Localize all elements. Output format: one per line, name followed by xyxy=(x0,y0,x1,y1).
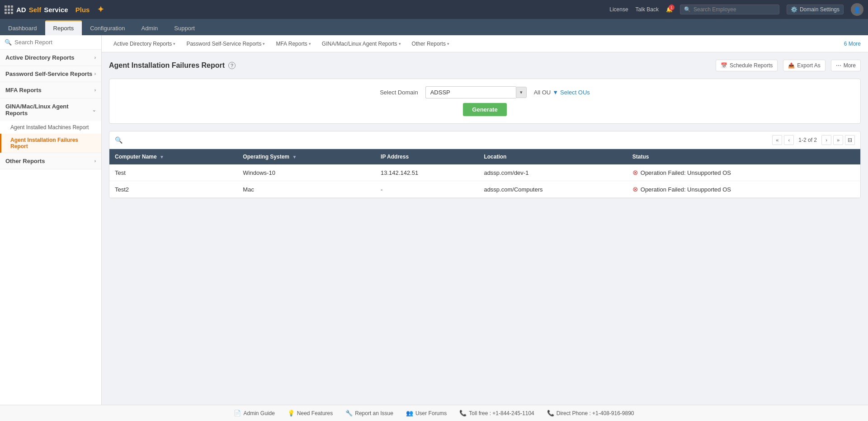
subnav-ad-reports[interactable]: Active Directory Reports ▾ xyxy=(109,38,180,50)
user-avatar[interactable]: 👤 xyxy=(851,3,863,16)
cell-location-0: adssp.com/dev-1 xyxy=(478,164,627,181)
sort-icon-computer: ▼ xyxy=(160,154,164,159)
license-link[interactable]: License xyxy=(609,6,628,13)
logo-badge: ✦ xyxy=(97,5,104,14)
domain-dropdown-button[interactable]: ▾ xyxy=(516,87,527,98)
talkback-link[interactable]: Talk Back xyxy=(636,6,659,13)
cell-status-0: ⊗ Operation Failed: Unsupported OS xyxy=(627,164,860,181)
content-area: Active Directory Reports ▾ Password Self… xyxy=(102,35,868,405)
sidebar-section-label-mfa: MFA Reports xyxy=(5,87,42,94)
cell-ip-1: - xyxy=(375,181,478,198)
report-issue-icon: 🔧 xyxy=(345,410,353,416)
error-icon-1: ⊗ xyxy=(632,185,638,193)
report-area: Agent Installation Failures Report ? 📅 S… xyxy=(102,52,868,405)
tab-admin[interactable]: Admin xyxy=(133,20,166,35)
search-employee-field[interactable]: 🔍 xyxy=(680,5,779,14)
footer-direct-phone[interactable]: 📞 Direct Phone : +1-408-916-9890 xyxy=(547,410,634,416)
search-employee-icon: 🔍 xyxy=(684,6,691,13)
generate-button[interactable]: Generate xyxy=(463,103,506,116)
prev-page-button[interactable]: ‹ xyxy=(784,135,794,145)
subnav-other-reports[interactable]: Other Reports ▾ xyxy=(407,38,454,50)
sidebar-section-other: Other Reports › xyxy=(0,153,101,169)
table-search-icon[interactable]: 🔍 xyxy=(115,136,123,144)
more-link[interactable]: 6 More xyxy=(844,41,861,47)
cell-computer-name-0: Test xyxy=(109,164,237,181)
gear-icon: ⚙️ xyxy=(791,6,797,13)
chevron-right-icon-pss: › xyxy=(94,71,96,76)
help-icon[interactable]: ? xyxy=(228,62,236,69)
app-service: Service xyxy=(44,6,68,14)
chevron-right-icon-mfa: › xyxy=(94,88,96,93)
subnav-ad-caret: ▾ xyxy=(173,42,175,46)
app-name: AD xyxy=(16,6,26,14)
export-label: Export As xyxy=(797,62,820,69)
footer-admin-guide[interactable]: 📄 Admin Guide xyxy=(234,410,274,416)
footer-tollfree-label: Toll free : +1-844-245-1104 xyxy=(469,410,534,416)
tollfree-icon: 📞 xyxy=(459,410,467,416)
export-as-button[interactable]: 📤 Export As xyxy=(783,60,825,71)
chevron-right-icon-other: › xyxy=(94,159,96,164)
footer-need-features[interactable]: 💡 Need Features xyxy=(288,410,333,416)
grid-icon xyxy=(5,5,13,14)
subnav-pss-caret: ▾ xyxy=(263,42,265,46)
subnav-mfa-reports[interactable]: MFA Reports ▾ xyxy=(271,38,315,50)
subnav-ad-label: Active Directory Reports xyxy=(113,41,172,47)
tab-dashboard[interactable]: Dashboard xyxy=(0,20,45,35)
topbar-left: ADSelfService Plus ✦ xyxy=(5,5,104,14)
status-text-0: Operation Failed: Unsupported OS xyxy=(641,169,731,176)
table-row: Test2 Mac - adssp.com/Computers ⊗ Operat… xyxy=(109,181,860,198)
bell-icon[interactable]: 🔔 1 xyxy=(666,6,673,13)
chevron-down-icon-gina: ⌄ xyxy=(92,108,96,112)
first-page-button[interactable]: « xyxy=(772,135,782,145)
tab-support[interactable]: Support xyxy=(166,20,203,35)
col-ip: IP Address xyxy=(375,149,478,164)
next-page-button[interactable]: › xyxy=(821,135,831,145)
footer-report-issue[interactable]: 🔧 Report an Issue xyxy=(345,410,393,416)
sidebar-section-header-ad[interactable]: Active Directory Reports › xyxy=(0,50,101,65)
search-employee-input[interactable] xyxy=(693,6,775,13)
col-os[interactable]: Operating System ▼ xyxy=(237,149,375,164)
schedule-reports-button[interactable]: 📅 Schedule Reports xyxy=(716,60,778,71)
footer-report-issue-label: Report an Issue xyxy=(355,410,393,416)
domain-input[interactable] xyxy=(425,86,516,98)
sidebar-item-agent-installed[interactable]: Agent Installed Machines Report xyxy=(0,121,101,134)
direct-phone-icon: 📞 xyxy=(547,410,554,416)
app-selfservice: Self xyxy=(29,6,42,14)
admin-guide-icon: 📄 xyxy=(234,410,241,416)
sidebar-section-ad: Active Directory Reports › xyxy=(0,50,101,66)
subnav-gina-reports[interactable]: GINA/Mac/Linux Agent Reports ▾ xyxy=(317,38,406,50)
subnav-mfa-label: MFA Reports xyxy=(276,41,307,47)
table-section: 🔍 « ‹ 1-2 of 2 › » ⊟ Computer Na xyxy=(109,131,861,198)
app-logo: ADSelfService Plus ✦ xyxy=(16,5,104,14)
navtabs: Dashboard Reports Configuration Admin Su… xyxy=(0,19,868,35)
page-info: 1-2 of 2 xyxy=(796,137,820,143)
sidebar-section-gina: GINA/Mac/Linux Agent Reports ⌄ Agent Ins… xyxy=(0,98,101,153)
footer-user-forums[interactable]: 👥 User Forums xyxy=(406,410,447,416)
more-button[interactable]: ⋯ More xyxy=(831,60,861,71)
footer-admin-guide-label: Admin Guide xyxy=(243,410,274,416)
sidebar: 🔍 Active Directory Reports › Password Se… xyxy=(0,35,102,405)
need-features-icon: 💡 xyxy=(288,410,295,416)
report-header: Agent Installation Failures Report ? 📅 S… xyxy=(109,60,861,71)
sidebar-item-agent-failures[interactable]: Agent Installation Failures Report xyxy=(0,134,101,153)
sidebar-search-input[interactable] xyxy=(14,39,97,46)
report-table: Computer Name ▼ Operating System ▼ IP Ad… xyxy=(109,149,860,198)
filter-row: Select Domain ▾ All OU ▼ Select OUs Gene… xyxy=(109,79,861,124)
tab-reports[interactable]: Reports xyxy=(45,20,82,35)
sidebar-section-header-gina[interactable]: GINA/Mac/Linux Agent Reports ⌄ xyxy=(0,98,101,121)
all-ou-wrap: All OU ▼ Select OUs xyxy=(534,89,590,96)
sidebar-section-header-mfa[interactable]: MFA Reports › xyxy=(0,82,101,98)
domain-select-wrap: ▾ xyxy=(425,86,527,98)
footer-tollfree[interactable]: 📞 Toll free : +1-844-245-1104 xyxy=(459,410,534,416)
chevron-right-icon-ad: › xyxy=(94,55,96,60)
last-page-button[interactable]: » xyxy=(833,135,843,145)
subnav-gina-caret: ▾ xyxy=(399,42,401,46)
table-filter-button[interactable]: ⊟ xyxy=(845,135,855,145)
subnav-pss-reports[interactable]: Password Self-Service Reports ▾ xyxy=(182,38,269,50)
tab-configuration[interactable]: Configuration xyxy=(82,20,133,35)
sidebar-section-header-other[interactable]: Other Reports › xyxy=(0,153,101,169)
select-ous-link[interactable]: Select OUs xyxy=(560,89,590,96)
sidebar-section-header-pss[interactable]: Password Self-Service Reports › xyxy=(0,66,101,82)
col-computer-name[interactable]: Computer Name ▼ xyxy=(109,149,237,164)
domain-settings-button[interactable]: ⚙️ Domain Settings xyxy=(787,5,844,14)
